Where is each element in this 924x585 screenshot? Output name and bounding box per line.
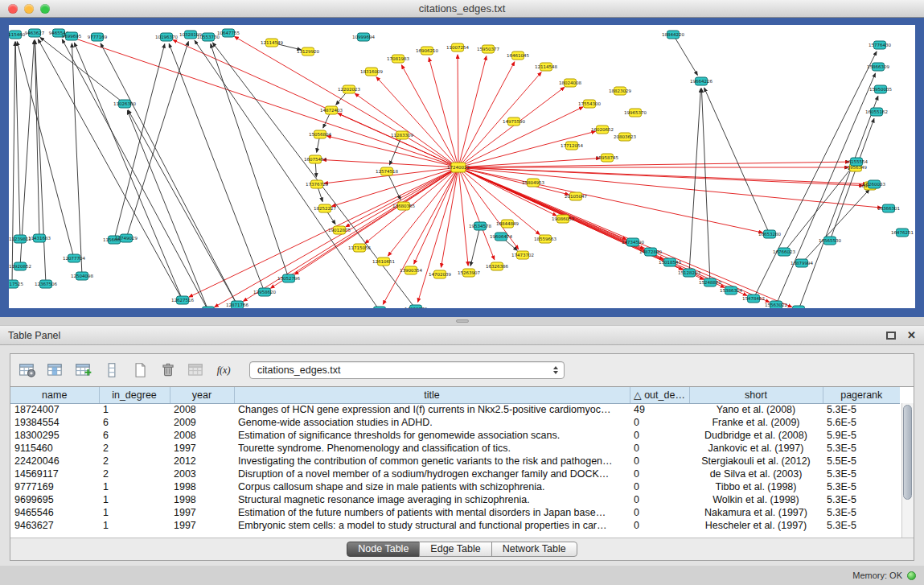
graph-edge[interactable] <box>35 40 39 238</box>
graph-node[interactable] <box>121 234 133 242</box>
graph-node[interactable] <box>619 133 631 141</box>
graph-node[interactable] <box>392 55 405 63</box>
graph-node[interactable] <box>871 108 883 116</box>
graph-node[interactable] <box>76 272 88 280</box>
graph-node[interactable] <box>398 202 410 210</box>
table-row[interactable]: 911546021997Tourette syndrome. Phenomeno… <box>10 442 900 455</box>
graph-node[interactable] <box>358 33 370 41</box>
graph-node[interactable] <box>796 259 808 267</box>
graph-node[interactable] <box>491 262 503 270</box>
tab-node-table[interactable]: Node Table <box>347 542 420 557</box>
graph-node[interactable] <box>704 278 717 286</box>
graph-node[interactable] <box>396 131 409 139</box>
graph-node[interactable] <box>366 68 378 76</box>
column-header[interactable]: △ out_de… <box>630 387 689 403</box>
graph-node[interactable] <box>119 100 131 108</box>
graph-edge[interactable] <box>35 40 46 284</box>
graph-edge[interactable] <box>74 43 183 300</box>
table-selector-dropdown[interactable]: citations_edges.txt <box>249 361 565 379</box>
graph-node[interactable] <box>483 45 495 53</box>
graph-edge[interactable] <box>383 167 458 304</box>
table-row[interactable]: 1456911722003Disruption of a novel membe… <box>10 468 900 480</box>
graph-node[interactable] <box>570 192 582 200</box>
graph-edge[interactable] <box>458 55 458 167</box>
delete-table-button[interactable] <box>158 360 179 380</box>
graph-node[interactable] <box>684 269 696 277</box>
graph-node[interactable] <box>10 31 22 39</box>
graph-edge[interactable] <box>17 42 74 258</box>
column-header[interactable]: pagerank <box>823 387 900 403</box>
graph-node[interactable] <box>451 163 466 172</box>
function-builder-button[interactable]: f(x) <box>214 360 235 380</box>
tab-edge-table[interactable]: Edge Table <box>419 542 491 557</box>
graph-edge[interactable] <box>458 56 487 167</box>
graph-edge[interactable] <box>114 44 165 240</box>
graph-node[interactable] <box>764 230 776 238</box>
graph-edge[interactable] <box>38 39 183 300</box>
graph-node[interactable] <box>381 167 393 175</box>
table-row[interactable]: 946362711997Embryonic stem cells: a mode… <box>10 519 900 532</box>
graph-edge[interactable] <box>20 40 34 266</box>
graph-node[interactable] <box>29 29 41 37</box>
graph-node[interactable] <box>203 307 215 308</box>
graph-node[interactable] <box>883 204 895 212</box>
new-table-button[interactable] <box>129 360 150 380</box>
graph-node[interactable] <box>14 262 27 270</box>
graph-node[interactable] <box>410 305 422 308</box>
table-row[interactable]: 969969511998Structural magnetic resonanc… <box>10 493 900 506</box>
graph-edge[interactable] <box>830 118 874 241</box>
graph-edge[interactable] <box>458 87 565 167</box>
select-columns-button[interactable] <box>45 360 66 380</box>
graph-node[interactable] <box>770 301 782 308</box>
column-header[interactable]: year <box>170 387 234 403</box>
graph-node[interactable] <box>517 251 529 259</box>
graph-edge[interactable] <box>458 107 583 167</box>
graph-edge[interactable] <box>754 51 877 299</box>
graph-edge[interactable] <box>418 167 458 302</box>
graph-edge[interactable] <box>458 167 468 266</box>
graph-edge[interactable] <box>458 162 849 167</box>
graph-node[interactable] <box>778 248 791 256</box>
column-header[interactable]: name <box>10 387 99 403</box>
graph-edge[interactable] <box>458 62 515 167</box>
graph-node[interactable] <box>627 238 639 246</box>
graph-edge[interactable] <box>784 167 852 252</box>
graph-node[interactable] <box>557 215 569 223</box>
row-tools-button[interactable] <box>101 360 122 380</box>
graph-edge[interactable] <box>15 42 20 239</box>
graph-node[interactable] <box>664 258 676 266</box>
graph-node[interactable] <box>869 180 881 188</box>
graph-node[interactable] <box>421 47 433 55</box>
import-table-button[interactable] <box>186 360 207 380</box>
column-header[interactable]: short <box>689 387 823 403</box>
graph-node[interactable] <box>66 32 78 40</box>
table-row[interactable]: 2242004622012Investigating the contribut… <box>10 455 900 468</box>
graph-edge[interactable] <box>195 40 380 308</box>
graph-node[interactable] <box>434 270 446 278</box>
graph-edge[interactable] <box>458 72 541 167</box>
graph-node[interactable] <box>203 33 215 41</box>
graph-node[interactable] <box>540 63 552 71</box>
graph-node[interactable] <box>283 274 295 282</box>
graph-node[interactable] <box>565 79 577 87</box>
graph-node[interactable] <box>185 31 197 39</box>
graph-node[interactable] <box>109 236 121 244</box>
graph-edge[interactable] <box>701 89 710 282</box>
close-panel-icon[interactable]: ✕ <box>907 330 916 340</box>
scrollbar-thumb[interactable] <box>903 405 912 500</box>
column-header[interactable]: in_degree <box>99 387 170 403</box>
graph-node[interactable] <box>667 31 680 39</box>
graph-edge[interactable] <box>458 167 747 295</box>
graph-node[interactable] <box>68 254 80 262</box>
graph-node[interactable] <box>566 142 578 150</box>
graph-node[interactable] <box>259 288 271 296</box>
graph-node[interactable] <box>378 257 390 266</box>
graph-node[interactable] <box>405 266 417 274</box>
graph-node[interactable] <box>92 33 104 41</box>
graph-node[interactable] <box>319 204 331 212</box>
table-row[interactable]: 977716911998Corpus callosum shape and si… <box>10 480 900 493</box>
table-settings-button[interactable] <box>17 360 38 380</box>
graph-node[interactable] <box>602 154 614 162</box>
graph-node[interactable] <box>824 237 836 245</box>
graph-node[interactable] <box>508 117 520 126</box>
